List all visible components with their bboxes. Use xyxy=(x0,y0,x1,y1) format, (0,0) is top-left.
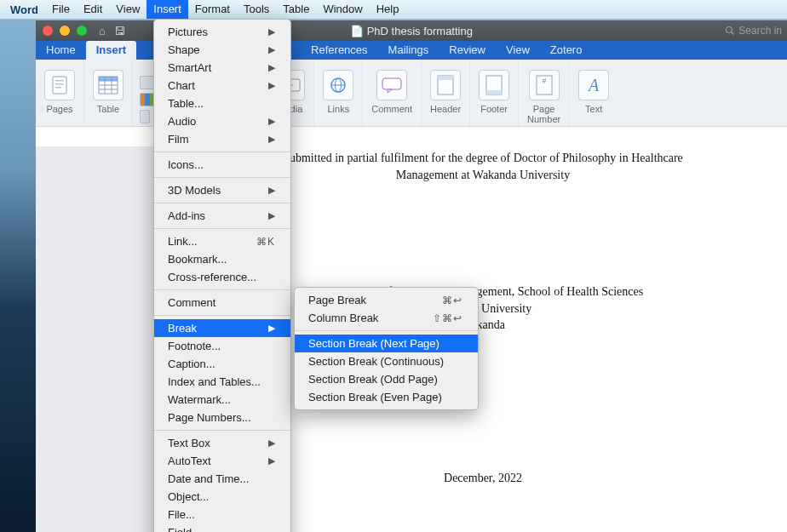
menu-item-index-and-tables[interactable]: Index and Tables... xyxy=(154,373,290,391)
ribbon: Pages Table SmartArt▾ Chart▾ Screenshot▾… xyxy=(36,60,787,127)
comment-icon xyxy=(376,70,407,100)
menu-item-section-break-even-page[interactable]: Section Break (Even Page) xyxy=(295,388,478,406)
save-icon[interactable]: 🖫 xyxy=(114,25,125,37)
menu-item-film[interactable]: Film▶ xyxy=(154,130,290,148)
menu-item-comment[interactable]: Comment xyxy=(154,294,290,312)
svg-rect-3 xyxy=(55,80,64,82)
menu-item-object[interactable]: Object... xyxy=(154,488,290,506)
ribbon-group-footer[interactable]: Footer xyxy=(470,60,519,126)
svg-rect-23 xyxy=(438,76,453,80)
menu-item-field[interactable]: Field... xyxy=(154,523,290,532)
menu-item-section-break-continuous[interactable]: Section Break (Continuous) xyxy=(295,352,478,370)
menu-item-chart[interactable]: Chart▶ xyxy=(154,77,290,94)
document-title: PhD thesis formatting xyxy=(36,25,787,37)
table-label: Table xyxy=(97,104,119,124)
menu-window[interactable]: Window xyxy=(316,0,369,19)
break-submenu: Page Break⌘↩Column Break⇧⌘↩Section Break… xyxy=(294,287,479,410)
svg-rect-4 xyxy=(55,83,64,85)
menu-item-page-numbers[interactable]: Page Numbers... xyxy=(154,409,290,426)
menu-item-break[interactable]: Break▶ xyxy=(154,319,290,337)
search-icon xyxy=(725,26,735,36)
ribbon-group-text[interactable]: A Text xyxy=(570,60,618,126)
header-label: Header xyxy=(430,104,461,124)
menu-help[interactable]: Help xyxy=(370,0,406,19)
chevron-right-icon: ▶ xyxy=(268,455,275,466)
menu-item-smartart[interactable]: SmartArt▶ xyxy=(154,59,290,77)
tab-insert[interactable]: Insert xyxy=(86,41,136,60)
menu-item-column-break[interactable]: Column Break⇧⌘↩ xyxy=(295,309,478,327)
ribbon-group-page-number[interactable]: # Page Number xyxy=(519,60,570,126)
app-window: ⌂ 🖫 PhD thesis formatting Search in Home… xyxy=(36,20,787,532)
menu-item-footnote[interactable]: Footnote... xyxy=(154,337,290,355)
menu-item-add-ins[interactable]: Add-ins▶ xyxy=(154,207,290,225)
menu-item-watermark[interactable]: Watermark... xyxy=(154,391,290,409)
svg-point-0 xyxy=(727,27,732,33)
chevron-right-icon: ▶ xyxy=(268,80,275,91)
quick-access-icons: ⌂ 🖫 xyxy=(99,25,125,37)
menu-item-date-and-time[interactable]: Date and Time... xyxy=(154,470,290,488)
footer-label: Footer xyxy=(480,104,508,124)
menu-item-page-break[interactable]: Page Break⌘↩ xyxy=(295,291,478,309)
menu-item-text-box[interactable]: Text Box▶ xyxy=(154,434,290,452)
pages-icon xyxy=(44,70,75,100)
menu-item-section-break-next-page[interactable]: Section Break (Next Page) xyxy=(295,335,478,352)
ribbon-group-links[interactable]: Links xyxy=(314,60,363,126)
menu-item-autotext[interactable]: AutoText▶ xyxy=(154,452,290,470)
menu-file[interactable]: File xyxy=(45,0,77,19)
window-zoom-button[interactable] xyxy=(77,26,87,36)
chevron-right-icon: ▶ xyxy=(268,210,275,221)
chevron-right-icon: ▶ xyxy=(268,438,275,449)
svg-line-1 xyxy=(732,32,734,35)
search-box[interactable]: Search in xyxy=(720,20,787,41)
ribbon-group-header[interactable]: Header xyxy=(422,60,470,126)
tab-zotero[interactable]: Zotero xyxy=(540,41,593,60)
menu-item-icons[interactable]: Icons... xyxy=(154,156,290,174)
links-icon xyxy=(323,70,353,100)
table-icon xyxy=(93,70,124,100)
tab-review[interactable]: Review xyxy=(439,41,496,60)
menu-item-table[interactable]: Table... xyxy=(154,94,290,112)
chevron-right-icon: ▶ xyxy=(268,116,275,127)
menu-item-link[interactable]: Link...⌘K xyxy=(154,232,290,250)
page-number-label: Page Number xyxy=(527,104,560,124)
svg-rect-25 xyxy=(486,90,502,94)
menu-item-3d-models[interactable]: 3D Models▶ xyxy=(154,181,290,199)
menu-item-audio[interactable]: Audio▶ xyxy=(154,112,290,130)
svg-rect-20 xyxy=(382,78,401,89)
menu-view[interactable]: View xyxy=(109,0,146,19)
ribbon-group-comment[interactable]: Comment xyxy=(363,60,422,126)
menu-insert[interactable]: Insert xyxy=(146,0,188,19)
mac-menubar: Word FileEditViewInsertFormatToolsTableW… xyxy=(0,0,787,20)
menu-tools[interactable]: Tools xyxy=(237,0,276,19)
tab-references[interactable]: References xyxy=(301,41,377,60)
tab-home[interactable]: Home xyxy=(36,41,86,60)
header-icon xyxy=(430,70,461,100)
menu-item-pictures[interactable]: Pictures▶ xyxy=(154,23,290,41)
menu-item-caption[interactable]: Caption... xyxy=(154,355,290,373)
menu-format[interactable]: Format xyxy=(188,0,237,19)
page-number-icon: # xyxy=(529,70,560,100)
menu-table[interactable]: Table xyxy=(276,0,316,19)
window-minimize-button[interactable] xyxy=(60,26,70,36)
home-icon[interactable]: ⌂ xyxy=(99,25,106,37)
menu-item-shape[interactable]: Shape▶ xyxy=(154,41,290,59)
screenshot-icon xyxy=(140,110,150,123)
shortcut-label: ⌘K xyxy=(256,236,275,248)
tab-view[interactable]: View xyxy=(496,41,540,60)
tab-mailings[interactable]: Mailings xyxy=(378,41,439,60)
ribbon-group-pages[interactable]: Pages xyxy=(36,60,84,126)
menu-item-bookmark[interactable]: Bookmark... xyxy=(154,250,290,268)
search-placeholder: Search in xyxy=(738,25,782,37)
insert-menu: Pictures▶Shape▶SmartArt▶Chart▶Table...Au… xyxy=(153,19,291,532)
svg-text:A: A xyxy=(587,76,600,94)
menu-edit[interactable]: Edit xyxy=(77,0,109,19)
text-label: Text xyxy=(585,104,602,124)
ribbon-group-table[interactable]: Table xyxy=(84,60,133,126)
menu-item-file[interactable]: File... xyxy=(154,506,290,523)
app-name: Word xyxy=(3,3,45,16)
chevron-right-icon: ▶ xyxy=(268,134,275,145)
links-label: Links xyxy=(327,104,349,124)
window-close-button[interactable] xyxy=(43,26,53,36)
menu-item-section-break-odd-page[interactable]: Section Break (Odd Page) xyxy=(295,370,478,388)
menu-item-cross-reference[interactable]: Cross-reference... xyxy=(154,268,290,286)
